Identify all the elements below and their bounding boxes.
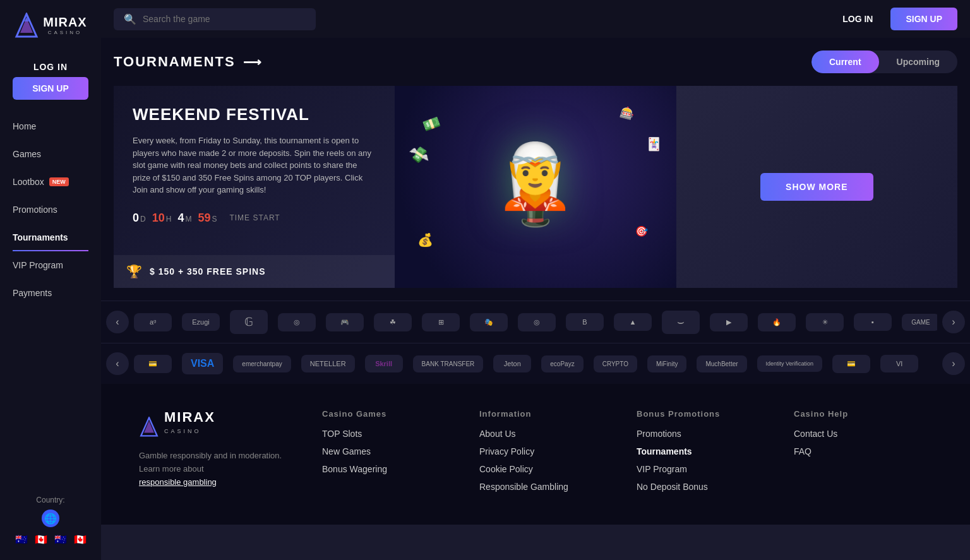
provider-ezugi[interactable]: Ezugi [182, 313, 220, 331]
provider-g[interactable]: 𝔾 [230, 310, 268, 334]
footer-link-tournaments[interactable]: Tournaments [637, 446, 775, 456]
footer-casino-games-title: Casino Games [322, 409, 460, 419]
country-flags: 🇦🇺 🇨🇦 🇦🇺 🇨🇦 [0, 531, 101, 547]
payments-list: 💳 VISA emerchantpay NETELLER Skrill BANK… [134, 353, 937, 374]
tournaments-section: TOURNAMENTS ⟶ Current Upcoming WEEKEND F… [101, 38, 970, 301]
provider-grid[interactable]: ⊞ [422, 313, 460, 331]
tournaments-arrow-icon: ⟶ [243, 54, 263, 69]
footer-link-faq[interactable]: FAQ [794, 446, 932, 456]
provider-b1[interactable]: 🎮 [326, 313, 364, 331]
provider-q[interactable]: ◎ [518, 313, 556, 331]
tab-current[interactable]: Current [811, 51, 879, 73]
payments-section: ‹ 💳 VISA emerchantpay NETELLER Skrill BA… [101, 343, 970, 384]
leprechaun-art: 🧝 🎩 [496, 144, 575, 230]
logo-sub: CASINO [43, 30, 87, 35]
provider-game[interactable]: GAME [902, 314, 937, 331]
sidebar-signup-button[interactable]: SIGN UP [13, 77, 88, 100]
show-more-button[interactable]: SHOW MORE [760, 173, 873, 201]
footer-col-bonus: Bonus Promotions Promotions Tournaments … [637, 409, 775, 499]
home-label: Home [13, 121, 36, 131]
payment-voucher[interactable]: 💳 [832, 355, 870, 373]
provider-b2[interactable]: Β [566, 313, 604, 331]
payment-crypto[interactable]: CRYPTO [594, 355, 637, 372]
header-login-button[interactable]: LOG IN [832, 9, 883, 29]
footer-logo-sub: CASINO [164, 428, 215, 434]
provider-ag[interactable]: aᵍ [134, 313, 172, 331]
provider-waveln[interactable]: ⌣ [662, 311, 700, 334]
payment-card[interactable]: 💳 [134, 355, 172, 373]
footer-tagline: Gamble responsibly and in moderation. Le… [139, 450, 303, 489]
payment-skrill[interactable]: Skrill [365, 355, 403, 372]
footer-col-help: Casino Help Contact Us FAQ [794, 409, 932, 499]
trophy-icon: 🏆 [126, 264, 142, 279]
footer-link-nodeposit[interactable]: No Deposit Bonus [637, 482, 775, 492]
provider-fire[interactable]: 🔥 [758, 313, 796, 331]
payment-emerchant[interactable]: emerchantpay [233, 355, 290, 372]
footer-link-cookie[interactable]: Cookie Policy [479, 464, 618, 474]
sidebar-item-payments[interactable]: Payments [0, 279, 101, 307]
footer-link-about-us[interactable]: About Us [479, 429, 618, 439]
footer-responsible-link[interactable]: responsible gambling [139, 477, 217, 487]
sidebar-item-vip[interactable]: VIP Program [0, 251, 101, 279]
payment-vi[interactable]: VI [880, 355, 918, 372]
payment-muchbetter[interactable]: MuchBetter [697, 355, 746, 372]
sidebar-item-tournaments[interactable]: Tournaments [0, 223, 101, 251]
sidebar-login-button[interactable]: LOG IN [13, 57, 88, 77]
payment-identity[interactable]: Identity Verification [757, 355, 823, 372]
footer-link-new-games[interactable]: New Games [322, 446, 460, 456]
header: 🔍 LOG IN SIGN UP [101, 0, 970, 38]
tournament-card-image: 💵 🎰 💰 🎯 🧝 🎩 💸 🃏 [395, 86, 676, 288]
footer-help-title: Casino Help [794, 409, 932, 419]
footer-link-responsible[interactable]: Responsible Gambling [479, 482, 618, 492]
header-signup-button[interactable]: SIGN UP [890, 8, 957, 30]
payment-neteller[interactable]: NETELLER [301, 355, 355, 372]
payments-scroll-left[interactable]: ‹ [106, 352, 129, 375]
footer-link-bonus-wagering[interactable]: Bonus Wagering [322, 464, 460, 474]
flag-au: 🇦🇺 [13, 531, 30, 547]
leprechaun-image: 💵 🎰 💰 🎯 🧝 🎩 💸 🃏 [395, 86, 676, 288]
provider-mask[interactable]: 🎭 [470, 313, 508, 331]
footer-link-top-slots[interactable]: TOP Slots [322, 429, 460, 439]
providers-scroll-right[interactable]: › [942, 311, 965, 333]
payments-scroll-right[interactable]: › [942, 352, 965, 375]
provider-clover[interactable]: ☘ [374, 313, 412, 331]
search-input[interactable] [143, 14, 306, 24]
payment-banktransfer[interactable]: BANK TRANSFER [413, 355, 484, 372]
footer-link-promotions[interactable]: Promotions [637, 429, 775, 439]
footer-link-privacy[interactable]: Privacy Policy [479, 446, 618, 456]
tournaments-title[interactable]: TOURNAMENTS ⟶ [114, 54, 263, 70]
provider-square[interactable]: ▪ [854, 313, 892, 331]
sidebar-logo: MIRAX CASINO [4, 6, 97, 44]
countdown-days: 0 D [133, 211, 146, 225]
globe-icon[interactable]: 🌐 [42, 509, 59, 527]
countdown: 0 D 10 H 4 M 59 S [133, 211, 376, 225]
payment-jeton[interactable]: Jeton [493, 355, 531, 372]
search-bar[interactable]: 🔍 [114, 8, 316, 30]
provider-circle[interactable]: ◎ [278, 313, 316, 331]
main-content: 🔍 LOG IN SIGN UP TOURNAMENTS ⟶ Current U… [101, 0, 970, 560]
footer-col-information: Information About Us Privacy Policy Cook… [479, 409, 618, 499]
minutes-value: 4 [177, 211, 184, 225]
sidebar-item-lootbox[interactable]: Lootbox NEW [0, 168, 101, 196]
seconds-value: 59 [198, 211, 210, 225]
payment-mifinity[interactable]: MiFinity [647, 355, 686, 372]
payment-visa[interactable]: VISA [182, 353, 223, 374]
sidebar-item-home[interactable]: Home [0, 112, 101, 140]
sidebar-item-promotions[interactable]: Promotions [0, 196, 101, 223]
payment-ecopayz[interactable]: ecoPayz [541, 355, 583, 372]
footer-link-vip[interactable]: VIP Program [637, 464, 775, 474]
tournament-card-show-more: SHOW MORE [676, 86, 957, 288]
footer-link-contact[interactable]: Contact Us [794, 429, 932, 439]
time-start-label: TIME START [229, 213, 280, 222]
providers-scroll-left[interactable]: ‹ [106, 311, 129, 333]
provider-play[interactable]: ▶ [710, 313, 748, 331]
tab-upcoming[interactable]: Upcoming [879, 51, 957, 73]
sidebar-item-games[interactable]: Games [0, 140, 101, 168]
footer-logo-text: MIRAX [164, 409, 215, 426]
provider-star[interactable]: ✳ [806, 313, 844, 331]
provider-arrow[interactable]: ▲ [614, 313, 652, 331]
promotions-label: Promotions [13, 205, 57, 215]
countdown-minutes: 4 M [177, 211, 191, 225]
countdown-seconds: 59 S [198, 211, 217, 225]
flag-ca2: 🇨🇦 [72, 531, 88, 547]
